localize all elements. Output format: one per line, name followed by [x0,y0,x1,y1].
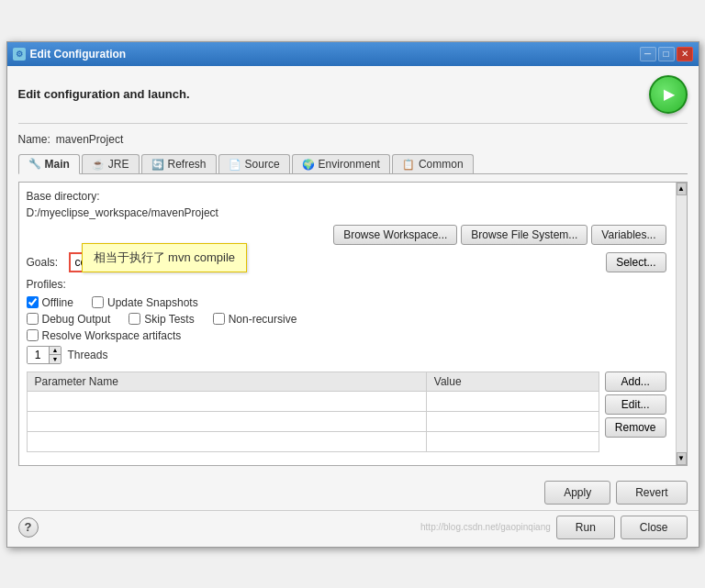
table-row [27,391,599,411]
tab-jre[interactable]: ☕ JRE [82,154,140,173]
window-title: Edit Configuration [30,48,127,61]
footer: ? http://blog.csdn.net/gaopinqiang Run C… [7,510,699,547]
tab-source[interactable]: 📄 Source [218,154,290,173]
header-title: Edit configuration and launch. [18,87,190,101]
table-row [27,431,599,451]
skip-tests-label: Skip Tests [144,313,194,326]
tab-env-label: Environment [319,158,380,171]
checkbox-offline[interactable]: Offline [27,296,73,309]
inner-content: Base directory: D:/myeclipse_workspace/m… [27,190,666,458]
browse-filesystem-button[interactable]: Browse File System... [461,225,588,245]
goals-row: Goals: 相当于执行了 mvn compile Select... [27,252,666,272]
browse-workspace-button[interactable]: Browse Workspace... [333,225,457,245]
help-button[interactable]: ? [18,517,39,538]
footer-right: http://blog.csdn.net/gaopinqiang Run Clo… [420,516,687,539]
table-row [27,411,599,431]
title-controls: ─ □ ✕ [640,47,693,61]
threads-label: Threads [67,349,107,361]
tab-common-label: Common [419,158,464,171]
name-row: Name: mavenProject [18,133,688,146]
non-recursive-label: Non-recursive [229,313,297,326]
tab-refresh-label: Refresh [168,158,207,171]
tab-main-label: Main [45,158,70,171]
threads-value: 1 [28,346,50,364]
jre-tab-icon: ☕ [92,159,105,171]
name-value: mavenProject [56,133,123,146]
resolve-workspace-checkbox[interactable] [27,329,39,341]
non-recursive-checkbox[interactable] [213,313,225,325]
window-icon: ⚙ [13,48,26,61]
param-value-header: Value [426,372,599,391]
resolve-workspace-label: Resolve Workspace artifacts [42,329,182,342]
title-bar-left: ⚙ Edit Configuration [13,48,127,61]
select-button[interactable]: Select... [606,252,666,272]
dir-buttons-row: Browse Workspace... Browse File System..… [27,225,666,245]
common-tab-icon: 📋 [402,159,415,171]
run-icon-button[interactable] [649,75,688,114]
header-row: Edit configuration and launch. [18,75,688,114]
footer-close-button[interactable]: Close [621,516,688,539]
debug-output-label: Debug Output [42,313,111,326]
scroll-track [677,195,687,452]
params-buttons: Add... Edit... Remove [605,372,666,458]
skip-tests-checkbox[interactable] [129,313,140,325]
offline-label: Offline [42,296,73,309]
edit-configuration-window: ⚙ Edit Configuration ─ □ ✕ Edit configur… [6,41,699,548]
bottom-buttons-row: Apply Revert [7,475,699,510]
threads-arrows: ▲ ▼ [50,346,62,364]
update-snapshots-checkbox[interactable] [92,296,104,308]
offline-checkbox[interactable] [27,296,39,308]
title-bar: ⚙ Edit Configuration ─ □ ✕ [7,42,699,66]
update-snapshots-label: Update Snapshots [107,296,198,309]
tab-common[interactable]: 📋 Common [392,154,474,173]
close-button[interactable]: ✕ [677,47,693,61]
checkboxes-row-3: Resolve Workspace artifacts [27,329,666,342]
tab-refresh[interactable]: 🔄 Refresh [141,154,217,173]
checkboxes-row-1: Offline Update Snapshots [27,296,666,309]
scroll-up-arrow[interactable]: ▲ [677,183,687,195]
checkbox-debug-output[interactable]: Debug Output [27,313,111,326]
add-param-button[interactable]: Add... [605,372,666,392]
params-table-container: Parameter Name Value [27,372,599,458]
base-dir-label: Base directory: [27,190,666,203]
threads-spinner[interactable]: 1 ▲ ▼ [27,346,62,364]
scroll-down-arrow[interactable]: ▼ [677,452,687,465]
tab-jre-label: JRE [108,158,129,171]
checkbox-resolve-workspace[interactable]: Resolve Workspace artifacts [27,329,182,342]
param-name-header: Parameter Name [27,372,426,391]
watermark: http://blog.csdn.net/gaopinqiang [420,522,551,532]
variables-button[interactable]: Variables... [591,225,666,245]
source-tab-icon: 📄 [229,159,241,171]
edit-param-button[interactable]: Edit... [605,394,666,415]
refresh-tab-icon: 🔄 [151,159,164,171]
checkbox-update-snapshots[interactable]: Update Snapshots [92,296,198,309]
checkbox-skip-tests[interactable]: Skip Tests [129,313,194,326]
checkboxes-row-2: Debug Output Skip Tests Non-recursive [27,313,666,326]
checkbox-non-recursive[interactable]: Non-recursive [213,313,297,326]
run-button[interactable]: Run [556,516,615,539]
apply-button[interactable]: Apply [544,481,610,505]
base-dir-value: D:/myeclipse_workspace/mavenProject [27,206,666,219]
profiles-label: Profiles: [27,278,666,291]
name-label: Name: [18,133,50,146]
tab-environment[interactable]: 🌍 Environment [292,154,390,173]
minimize-button[interactable]: ─ [640,47,656,61]
remove-param-button[interactable]: Remove [605,417,666,438]
tab-content-area: Base directory: D:/myeclipse_workspace/m… [18,182,688,466]
params-area: Parameter Name Value A [27,372,666,458]
tab-main[interactable]: 🔧 Main [18,154,80,174]
tabs-bar: 🔧 Main ☕ JRE 🔄 Refresh 📄 Source 🌍 Enviro… [18,153,688,174]
main-tab-icon: 🔧 [28,158,41,170]
debug-output-checkbox[interactable] [27,313,39,325]
goals-label: Goals: [27,256,63,269]
threads-down-arrow[interactable]: ▼ [50,355,62,364]
window-body: Edit configuration and launch. Name: mav… [7,66,699,475]
revert-button[interactable]: Revert [616,481,687,505]
maximize-button[interactable]: □ [658,47,675,61]
vertical-scrollbar[interactable]: ▲ ▼ [676,183,687,465]
tab-source-label: Source [245,158,280,171]
header-separator [18,123,688,124]
threads-up-arrow[interactable]: ▲ [50,346,62,356]
params-table: Parameter Name Value [27,372,599,452]
threads-row: 1 ▲ ▼ Threads [27,346,666,364]
